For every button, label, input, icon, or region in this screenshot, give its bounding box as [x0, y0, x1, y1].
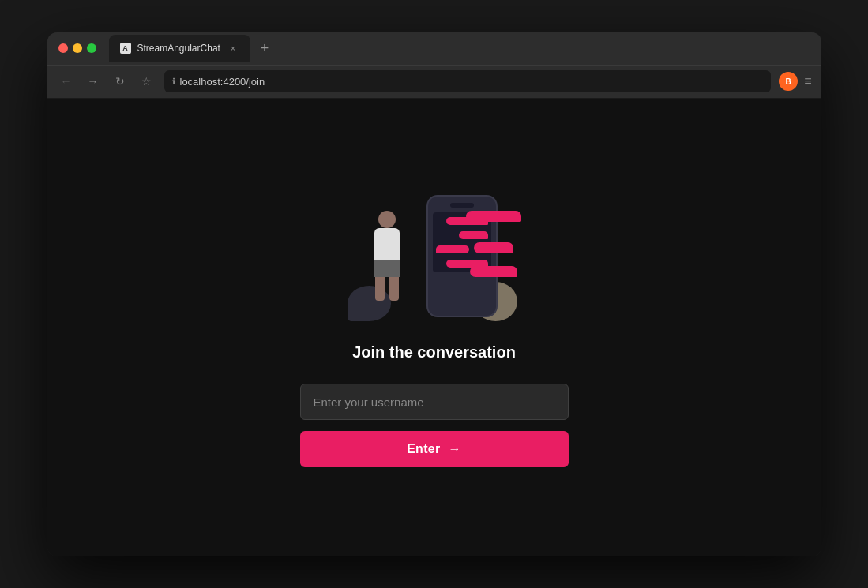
maximize-traffic-light[interactable]: [87, 43, 96, 53]
person-head: [378, 211, 396, 228]
float-bubble-3: [470, 266, 517, 277]
reload-button[interactable]: ↻: [111, 72, 130, 91]
person-body: [374, 228, 400, 260]
join-title: Join the conversation: [352, 343, 516, 361]
enter-button[interactable]: Enter →: [300, 431, 569, 467]
back-button[interactable]: ←: [57, 72, 76, 91]
browser-window: A StreamAngularChat × + ← → ↻ ☆ ℹ localh…: [47, 32, 821, 556]
tab-close-button[interactable]: ×: [227, 42, 239, 54]
float-bubble-2: [474, 242, 513, 253]
close-traffic-light[interactable]: [58, 43, 68, 53]
title-bar: A StreamAngularChat × +: [47, 32, 821, 66]
url-text: localhost:4200/join: [180, 76, 265, 88]
float-bubble-1: [466, 211, 521, 222]
brave-icon[interactable]: B: [779, 72, 798, 91]
security-icon: ℹ: [172, 77, 175, 87]
username-input[interactable]: [300, 384, 569, 420]
person-legs: [363, 277, 411, 301]
browser-actions: B ≡: [779, 72, 811, 91]
person-leg-left: [375, 277, 385, 301]
bookmark-button[interactable]: ☆: [137, 72, 156, 91]
active-tab[interactable]: A StreamAngularChat ×: [109, 35, 250, 62]
person-figure: [363, 211, 411, 321]
address-bar: ← → ↻ ☆ ℹ localhost:4200/join B ≡: [47, 66, 821, 99]
phone-notch: [450, 203, 474, 208]
person-shorts: [374, 260, 400, 277]
illustration: [348, 187, 521, 321]
chat-bubble-2: [459, 231, 487, 239]
person-leg-right: [389, 277, 399, 301]
menu-button[interactable]: ≡: [804, 74, 811, 88]
page-content: Join the conversation Enter →: [47, 99, 821, 556]
forward-button[interactable]: →: [84, 72, 103, 91]
tab-favicon: A: [120, 43, 131, 54]
chat-bubble-3: [436, 245, 470, 253]
new-tab-button[interactable]: +: [255, 39, 274, 58]
tab-area: A StreamAngularChat × +: [109, 35, 810, 62]
traffic-lights: [58, 43, 96, 53]
tab-title: StreamAngularChat: [137, 43, 220, 54]
url-bar[interactable]: ℹ localhost:4200/join: [164, 70, 772, 92]
minimize-traffic-light[interactable]: [73, 43, 82, 53]
enter-button-label: Enter: [407, 442, 440, 456]
arrow-icon: →: [449, 442, 461, 456]
